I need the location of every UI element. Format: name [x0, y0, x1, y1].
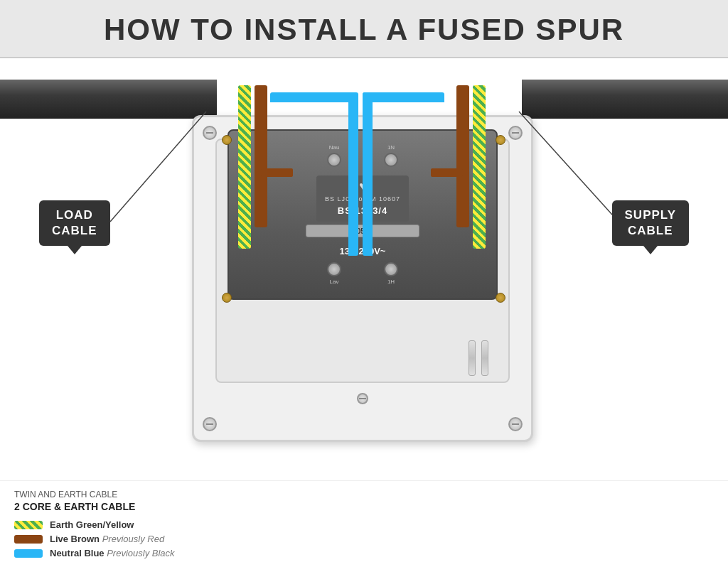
load-cable-label: LOAD CABLE [39, 200, 110, 246]
mount-screw-bl [203, 417, 217, 431]
diagram-area: Nau 1N ♥ BS LJC.No.KM 10607 BS 1363/4 05… [0, 58, 728, 499]
terminal-screw-lav [327, 262, 341, 276]
earth-wire-right [473, 85, 486, 249]
title-bar: HOW TO INSTALL A FUSED SPUR [0, 0, 728, 58]
live-connector-left [261, 168, 293, 177]
neutral-wire-left-h [270, 92, 355, 102]
svg-line-1 [519, 112, 619, 222]
neutral-wire-left-v [348, 92, 358, 256]
corner-screw-tl [222, 135, 232, 145]
legend-item-earth: Earth Green/Yellow [14, 519, 714, 530]
wall-screw-2 [469, 340, 476, 376]
terminal-label-lav: Lav [330, 279, 339, 285]
page-title: HOW TO INSTALL A FUSED SPUR [0, 13, 728, 47]
earth-wire-left [238, 85, 251, 249]
legend-item-neutral: Neutral Blue Previously Black [14, 548, 714, 558]
neutral-wire-right-v [363, 92, 373, 256]
mount-screw-tr [508, 126, 523, 140]
conduit-left [0, 80, 217, 119]
corner-screw-br [496, 293, 505, 303]
corner-screw-tr [496, 135, 505, 145]
legend-label-live: Live Brown Previously Red [50, 534, 164, 544]
terminal-screw-1n [384, 153, 398, 167]
legend-label-neutral: Neutral Blue Previously Black [50, 548, 175, 558]
legend-live-prev: Previously Red [102, 534, 164, 544]
legend-swatch-earth [14, 521, 43, 529]
live-wire-right [456, 85, 469, 227]
supply-cable-text: SUPPLY CABLE [625, 208, 676, 237]
mount-screw-tl [203, 126, 217, 140]
live-wire-left [255, 85, 267, 227]
terminal-label-1h: 1H [387, 279, 395, 285]
legend-swatch-neutral [14, 549, 43, 558]
conduit-right [522, 80, 728, 119]
terminal-screw-1h [384, 262, 398, 276]
terminal-screw-nav [327, 153, 341, 167]
supply-cable-label: SUPPLY CABLE [612, 200, 689, 246]
corner-screw-bl [222, 293, 232, 303]
load-cable-text: LOAD CABLE [52, 208, 97, 237]
legend-items: Earth Green/Yellow Live Brown Previously… [14, 519, 714, 558]
neutral-wire-right-h [363, 92, 444, 102]
legend-swatch-live [14, 535, 43, 544]
legend-label-earth: Earth Green/Yellow [50, 519, 134, 530]
legend: TWIN AND EARTH CABLE 2 CORE & EARTH CABL… [0, 480, 728, 562]
legend-neutral-prev: Previously Black [107, 548, 174, 558]
wall-screw-1 [481, 340, 488, 376]
mount-screw-br [508, 417, 523, 431]
terminal-label-nav: Nau [329, 144, 340, 151]
mount-screw-bc [357, 393, 368, 404]
live-connector-right [431, 168, 463, 177]
terminal-label-1n: 1N [387, 144, 395, 151]
legend-subtitle1: TWIN AND EARTH CABLE [14, 490, 714, 499]
legend-item-live: Live Brown Previously Red [14, 534, 714, 544]
legend-subtitle2: 2 CORE & EARTH CABLE [14, 501, 714, 512]
